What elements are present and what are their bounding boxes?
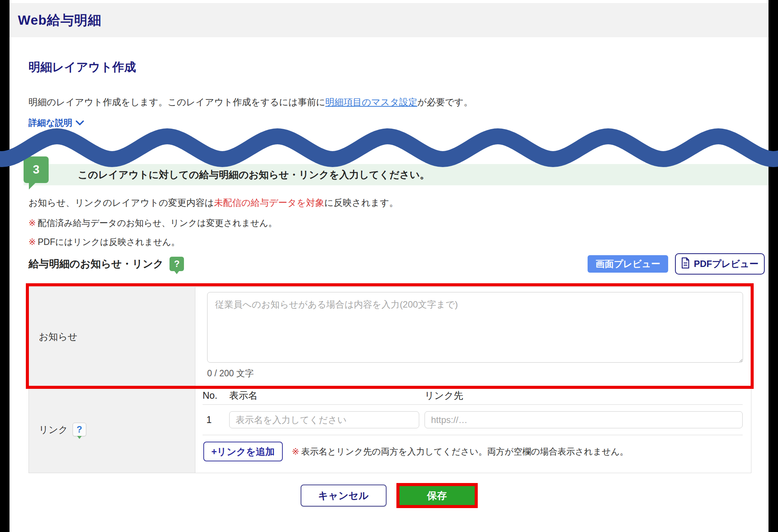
reflect-before: お知らせ、リンクのレイアウトの変更内容は	[29, 197, 214, 208]
note2-text: PDFにはリンクは反映されません。	[38, 237, 180, 247]
asterisk-mark: ※	[29, 237, 36, 247]
links-footer: +リンクを追加 ※表示名とリンク先の両方を入力してください。両方が空欄の場合表示…	[203, 435, 743, 461]
app-header: Web給与明細	[10, 3, 768, 37]
page: Web給与明細 明細レイアウト作成 明細のレイアウト作成をします。このレイアウト…	[10, 0, 768, 532]
notice-label: お知らせ	[39, 330, 78, 343]
detail-toggle-label: 詳細な説明	[29, 117, 73, 129]
question-mark: ?	[76, 424, 82, 435]
detail-description-toggle[interactable]: 詳細な説明	[29, 117, 84, 129]
save-button-highlight-frame: 保存	[396, 483, 478, 508]
master-settings-link[interactable]: 明細項目のマスタ設定	[325, 97, 417, 107]
column-header-display-name: 表示名	[229, 389, 419, 402]
help-icon[interactable]: ?	[170, 257, 184, 271]
screen-preview-button[interactable]: 画面プレビュー	[588, 255, 668, 273]
action-buttons: キャンセル 保存	[10, 483, 768, 508]
reflect-after: に反映されます。	[324, 197, 398, 208]
column-header-url: リンク先	[425, 389, 743, 402]
chevron-down-icon	[76, 118, 84, 128]
reflect-note: お知らせ、リンクのレイアウトの変更内容は未配信の給与データを対象に反映されます。	[29, 197, 398, 209]
pdf-preview-button[interactable]: PDFプレビュー	[675, 253, 765, 275]
intro-text: 明細のレイアウト作成をします。このレイアウト作成をするには事前に明細項目のマスタ…	[29, 96, 473, 108]
notice-content-cell: 0 / 200 文字	[195, 287, 751, 386]
section-title-group: 給与明細のお知らせ・リンク ?	[29, 257, 184, 271]
reflect-highlight: 未配信の給与データを対象	[214, 197, 324, 208]
link-entry-row: 1	[203, 405, 743, 435]
links-label-cell: リンク ?	[29, 386, 195, 473]
pdf-link-note: ※PDFにはリンクは反映されません。	[29, 236, 180, 248]
step-instruction: このレイアウトに対しての給与明細のお知らせ・リンクを入力してください。	[78, 164, 429, 185]
links-note-text: 表示名とリンク先の両方を入力してください。両方が空欄の場合表示されません。	[301, 447, 628, 456]
intro-before: 明細のレイアウト作成をします。このレイアウト作成をするには事前に	[29, 97, 325, 107]
step-number-badge: 3	[24, 156, 49, 183]
cancel-button[interactable]: キャンセル	[301, 485, 387, 507]
delivered-data-note: ※配信済み給与データのお知らせ、リンクは変更されません。	[29, 217, 277, 229]
link-url-input[interactable]	[425, 411, 743, 428]
links-label: リンク	[39, 423, 68, 436]
question-mark: ?	[174, 259, 180, 269]
preview-buttons: 画面プレビュー PDFプレビュー	[588, 253, 765, 275]
note1-text: 配信済み給与データのお知らせ、リンクは変更されません。	[38, 218, 277, 228]
app-title: Web給与明細	[18, 11, 101, 29]
section-header-row: 給与明細のお知らせ・リンク ? 画面プレビュー PDFプレビュー	[29, 251, 765, 277]
pdf-preview-label: PDFプレビュー	[694, 258, 758, 270]
notice-link-form-table: お知らせ 0 / 200 文字 リンク ? No. 表示名 リンク先 1	[29, 287, 751, 473]
save-button[interactable]: 保存	[399, 486, 475, 505]
notice-row: お知らせ 0 / 200 文字	[29, 287, 751, 386]
link-row-number: 1	[203, 414, 224, 425]
links-table-header: No. 表示名 リンク先	[203, 386, 743, 405]
links-row: リンク ? No. 表示名 リンク先 1 +リンクを追加 ※表示名とリンク先の両…	[29, 386, 751, 473]
notice-label-cell: お知らせ	[29, 287, 195, 386]
page-title: 明細レイアウト作成	[29, 59, 136, 75]
section-title: 給与明細のお知らせ・リンク	[29, 257, 163, 271]
notice-textarea[interactable]	[207, 292, 743, 363]
step-number: 3	[33, 163, 39, 177]
column-header-no: No.	[203, 390, 224, 401]
pdf-document-icon	[681, 257, 690, 271]
display-name-input[interactable]	[229, 411, 419, 428]
add-link-button[interactable]: +リンクを追加	[203, 442, 283, 461]
links-note: ※表示名とリンク先の両方を入力してください。両方が空欄の場合表示されません。	[292, 446, 629, 458]
intro-after: が必要です。	[417, 97, 473, 107]
asterisk-mark: ※	[292, 447, 299, 456]
asterisk-mark: ※	[29, 218, 36, 228]
links-content-cell: No. 表示名 リンク先 1 +リンクを追加 ※表示名とリンク先の両方を入力して…	[195, 386, 751, 473]
character-counter: 0 / 200 文字	[207, 368, 743, 379]
links-help-icon[interactable]: ?	[73, 423, 86, 436]
